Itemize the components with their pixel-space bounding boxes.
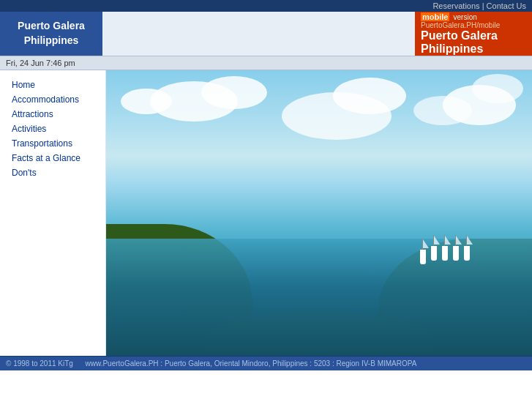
cloud-2 [201, 76, 267, 109]
datetime-text: Fri, 24 Jun 7:46 pm [6, 59, 75, 67]
boat-1 [431, 246, 437, 261]
nav-home[interactable]: Home [0, 78, 105, 92]
mobile-url: PuertoGalera.PH/mobile [421, 21, 526, 29]
boat-2 [442, 246, 448, 261]
mobile-top-line: mobile version [421, 12, 526, 21]
top-bar: Reservations | Contact Us [0, 0, 532, 12]
nav-donts[interactable]: Don'ts [0, 165, 105, 180]
site-title-line1: Puerto Galera [18, 20, 85, 31]
mobile-version: version [454, 13, 477, 21]
mobile-title: Puerto Galera Philippines [421, 29, 526, 55]
site-title-line2: Philippines [24, 34, 79, 46]
main-layout: Home Accommodations Attractions Activiti… [0, 70, 532, 356]
nav-facts[interactable]: Facts at a Glance [0, 151, 105, 165]
header-center [102, 12, 415, 56]
nav-attractions[interactable]: Attractions [0, 107, 105, 122]
boat-4 [464, 246, 470, 261]
cloud-8 [472, 74, 523, 103]
nav-activities[interactable]: Activities [0, 122, 105, 136]
header: Puerto Galera Philippines mobile version… [0, 12, 532, 56]
mobile-title-line2: Philippines [421, 42, 483, 55]
footer: © 1998 to 2011 KiTg www.PuertoGalera.PH … [0, 356, 532, 370]
boat-3 [453, 246, 459, 261]
hero-image [106, 70, 532, 356]
sidebar: Home Accommodations Attractions Activiti… [0, 70, 106, 356]
date-bar: Fri, 24 Jun 7:46 pm [0, 56, 532, 70]
footer-address: www.PuertoGalera.PH : Puerto Galera, Ori… [86, 359, 417, 368]
contact-link[interactable]: Contact Us [487, 1, 526, 10]
mobile-title-line1: Puerto Galera [421, 29, 498, 42]
cloud-5 [333, 78, 406, 114]
reservations-link[interactable]: Reservations [432, 1, 479, 10]
site-title: Puerto Galera Philippines [0, 12, 102, 56]
cloud-3 [121, 89, 172, 114]
content [106, 70, 532, 356]
copyright-text: © 1998 to 2011 KiTg [6, 359, 73, 368]
nav-transportations[interactable]: Transportations [0, 136, 105, 151]
mobile-word: mobile [421, 12, 449, 21]
boat-5 [420, 250, 426, 264]
mobile-banner[interactable]: mobile version PuertoGalera.PH/mobile Pu… [415, 12, 532, 56]
nav-accommodations[interactable]: Accommodations [0, 92, 105, 107]
